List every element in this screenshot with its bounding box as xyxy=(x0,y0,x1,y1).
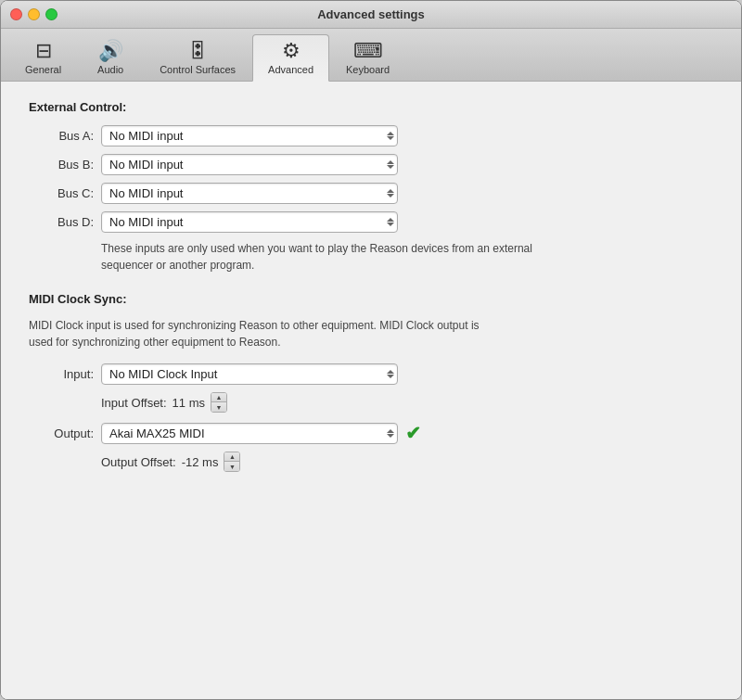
minimize-button[interactable] xyxy=(28,8,40,20)
output-offset-row: Output Offset: -12 ms ▲ ▼ xyxy=(101,452,713,472)
output-offset-stepper[interactable]: ▲ ▼ xyxy=(224,452,240,472)
control-surfaces-icon: 🎛 xyxy=(187,41,208,61)
input-offset-label: Input Offset: xyxy=(101,396,167,410)
output-offset-label: Output Offset: xyxy=(101,455,176,469)
tab-audio-label: Audio xyxy=(97,64,123,75)
general-icon: ⊟ xyxy=(35,41,52,61)
bus-c-label: Bus C: xyxy=(29,186,94,200)
tab-advanced-label: Advanced xyxy=(268,64,313,75)
midi-clock-output-label: Output: xyxy=(29,426,94,440)
output-offset-value: -12 ms xyxy=(182,455,219,469)
bus-c-select-wrapper: No MIDI input xyxy=(101,183,398,204)
toolbar: ⊟ General 🔊 Audio 🎛 Control Surfaces ⚙ A… xyxy=(1,29,741,82)
output-active-checkmark: ✔ xyxy=(405,422,421,444)
content-area: External Control: Bus A: No MIDI input B… xyxy=(1,82,741,699)
midi-clock-output-select-wrapper: Akai MAX25 MIDI xyxy=(101,423,398,444)
traffic-lights xyxy=(10,8,58,20)
title-bar: Advanced settings xyxy=(1,1,741,29)
output-offset-up-button[interactable]: ▲ xyxy=(224,452,239,462)
bus-c-select[interactable]: No MIDI input xyxy=(101,183,398,204)
window-title: Advanced settings xyxy=(317,7,425,21)
midi-clock-input-select-wrapper: No MIDI Clock Input xyxy=(101,363,398,385)
midi-clock-section: MIDI Clock Sync: MIDI Clock input is use… xyxy=(29,292,713,472)
midi-clock-input-label: Input: xyxy=(29,367,94,381)
close-button[interactable] xyxy=(10,8,22,20)
input-offset-stepper[interactable]: ▲ ▼ xyxy=(211,392,227,413)
tab-general[interactable]: ⊟ General xyxy=(10,34,76,81)
external-control-header: External Control: xyxy=(29,100,713,114)
tab-audio[interactable]: 🔊 Audio xyxy=(78,34,143,81)
bus-d-row: Bus D: No MIDI input xyxy=(29,211,713,233)
window: Advanced settings ⊟ General 🔊 Audio 🎛 Co… xyxy=(0,0,742,700)
bus-d-select-wrapper: No MIDI input xyxy=(101,211,398,233)
bus-d-select[interactable]: No MIDI input xyxy=(101,211,398,233)
bus-b-row: Bus B: No MIDI input xyxy=(29,154,713,175)
bus-b-select[interactable]: No MIDI input xyxy=(101,154,398,175)
midi-clock-input-select[interactable]: No MIDI Clock Input xyxy=(101,363,398,385)
tab-keyboard-label: Keyboard xyxy=(346,64,390,75)
bus-a-row: Bus A: No MIDI input xyxy=(29,125,713,146)
bus-b-label: Bus B: xyxy=(29,158,94,172)
tab-control-surfaces-label: Control Surfaces xyxy=(160,64,236,75)
bus-a-select-wrapper: No MIDI input xyxy=(101,125,398,146)
tab-advanced[interactable]: ⚙ Advanced xyxy=(252,34,329,82)
bus-a-select[interactable]: No MIDI input xyxy=(101,125,398,146)
midi-clock-output-select[interactable]: Akai MAX25 MIDI xyxy=(101,423,398,444)
tab-keyboard[interactable]: ⌨ Keyboard xyxy=(331,34,404,81)
audio-icon: 🔊 xyxy=(98,41,123,61)
output-offset-down-button[interactable]: ▼ xyxy=(224,462,239,471)
midi-clock-description: MIDI Clock input is used for synchronizi… xyxy=(29,317,493,350)
input-offset-value: 11 ms xyxy=(173,396,205,410)
keyboard-icon: ⌨ xyxy=(353,41,383,61)
advanced-icon: ⚙ xyxy=(282,41,301,61)
external-control-section: External Control: Bus A: No MIDI input B… xyxy=(29,100,713,274)
midi-clock-output-row: Output: Akai MAX25 MIDI ✔ xyxy=(29,422,713,444)
bus-b-select-wrapper: No MIDI input xyxy=(101,154,398,175)
bus-d-label: Bus D: xyxy=(29,215,94,229)
input-offset-up-button[interactable]: ▲ xyxy=(211,393,226,402)
bus-a-label: Bus A: xyxy=(29,129,94,143)
external-control-info: These inputs are only used when you want… xyxy=(101,240,565,274)
input-offset-row: Input Offset: 11 ms ▲ ▼ xyxy=(101,392,713,413)
midi-clock-header: MIDI Clock Sync: xyxy=(29,292,713,306)
maximize-button[interactable] xyxy=(45,8,58,20)
tab-general-label: General xyxy=(25,64,61,75)
tab-control-surfaces[interactable]: 🎛 Control Surfaces xyxy=(145,34,250,81)
midi-clock-input-row: Input: No MIDI Clock Input xyxy=(29,363,713,385)
input-offset-down-button[interactable]: ▼ xyxy=(211,402,226,412)
bus-c-row: Bus C: No MIDI input xyxy=(29,183,713,204)
